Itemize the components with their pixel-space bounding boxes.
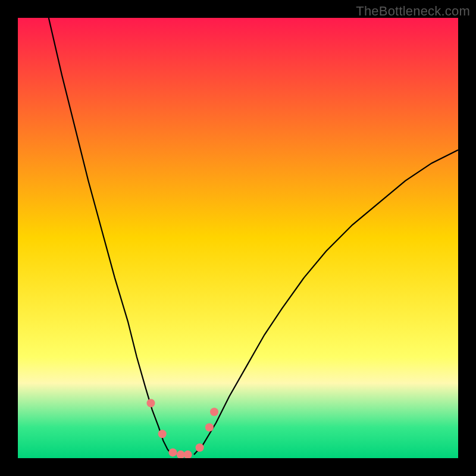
watermark-text: TheBottleneck.com [356,4,470,19]
chart-frame: TheBottleneck.com [0,0,476,476]
marker-point [158,430,167,438]
marker-point [196,443,204,452]
marker-point [205,423,214,431]
gradient-background [18,18,458,458]
marker-point [168,448,177,456]
marker-point [146,399,155,408]
chart-svg [18,18,458,458]
marker-point [210,408,218,416]
